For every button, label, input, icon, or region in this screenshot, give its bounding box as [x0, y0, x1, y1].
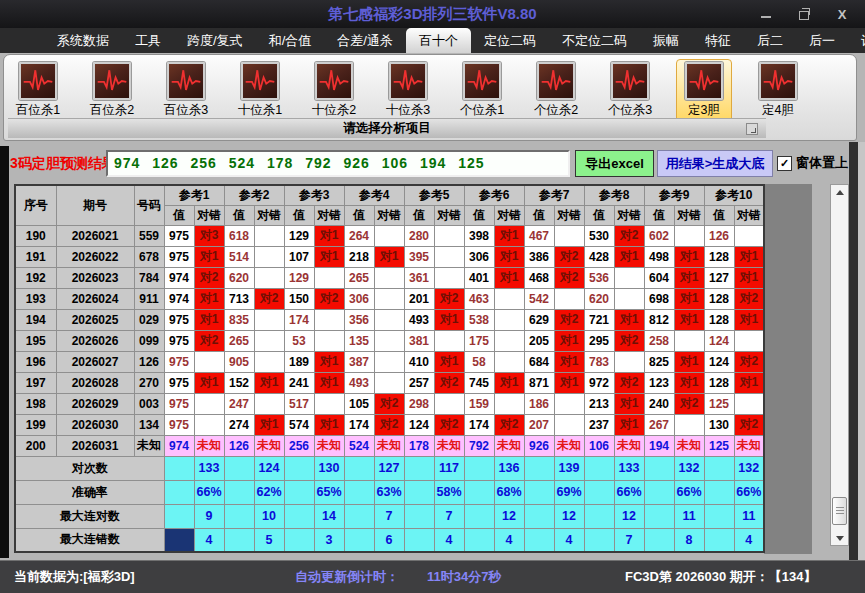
ref-mark-cell[interactable]: 对2: [554, 309, 584, 330]
ref-value-cell[interactable]: 825: [644, 351, 674, 372]
ref-mark-cell[interactable]: 对1: [494, 246, 524, 267]
summary-blank-cell[interactable]: [644, 504, 674, 528]
ref-value-cell[interactable]: 975: [164, 330, 194, 351]
menu-item[interactable]: 定位二码: [471, 28, 549, 53]
number-cell[interactable]: 未知: [134, 435, 164, 456]
period-cell[interactable]: 2026030: [56, 414, 134, 435]
ref-value-cell[interactable]: 125: [704, 435, 734, 456]
summary-blank-cell[interactable]: [164, 504, 194, 528]
menu-item[interactable]: 系统数据: [44, 28, 122, 53]
ref-value-cell[interactable]: 123: [644, 372, 674, 393]
number-cell[interactable]: 003: [134, 393, 164, 414]
ref-value-cell[interactable]: 974: [164, 267, 194, 288]
summary-value-cell[interactable]: 130: [314, 456, 344, 480]
ref-value-cell[interactable]: 713: [224, 288, 254, 309]
ref-mark-cell[interactable]: 未知: [674, 435, 704, 456]
ref-value-cell[interactable]: 356: [344, 309, 374, 330]
summary-value-cell[interactable]: 133: [194, 456, 224, 480]
ref-value-cell[interactable]: 975: [164, 393, 194, 414]
ref-mark-cell[interactable]: 对1: [314, 351, 344, 372]
menu-item[interactable]: 后一: [796, 28, 848, 53]
ref-mark-cell[interactable]: [614, 351, 644, 372]
ref-mark-cell[interactable]: 对1: [674, 372, 704, 393]
summary-value-cell[interactable]: 62%: [254, 480, 284, 504]
summary-value-cell[interactable]: 12: [554, 504, 584, 528]
ref-mark-cell[interactable]: [254, 351, 284, 372]
ref-mark-cell[interactable]: [374, 351, 404, 372]
scroll-thumb[interactable]: [832, 497, 847, 525]
ref-value-cell[interactable]: 106: [584, 435, 614, 456]
ref-value-cell[interactable]: 159: [464, 393, 494, 414]
summary-blank-cell[interactable]: [404, 528, 434, 552]
ref-value-cell[interactable]: 975: [164, 414, 194, 435]
summary-blank-cell[interactable]: [344, 528, 374, 552]
ref-mark-cell[interactable]: 对1: [734, 372, 764, 393]
summary-value-cell[interactable]: 65%: [314, 480, 344, 504]
ref-value-cell[interactable]: 127: [704, 267, 734, 288]
summary-value-cell[interactable]: 7: [374, 504, 404, 528]
seq-cell[interactable]: 190: [15, 225, 56, 246]
ref-mark-cell[interactable]: [674, 414, 704, 435]
ref-value-cell[interactable]: 129: [284, 267, 314, 288]
ref-value-cell[interactable]: 135: [344, 330, 374, 351]
ref-mark-cell[interactable]: [374, 267, 404, 288]
ref-value-cell[interactable]: 574: [284, 414, 314, 435]
ref-mark-cell[interactable]: [254, 309, 284, 330]
ref-mark-cell[interactable]: 对1: [614, 414, 644, 435]
ref-mark-cell[interactable]: 对1: [314, 414, 344, 435]
ref-value-cell[interactable]: 125: [704, 393, 734, 414]
ref-mark-cell[interactable]: [374, 225, 404, 246]
menu-item[interactable]: 工具: [122, 28, 174, 53]
close-button[interactable]: X: [823, 0, 861, 28]
ref-mark-cell[interactable]: 对2: [314, 288, 344, 309]
ref-value-cell[interactable]: 265: [224, 330, 254, 351]
ref-mark-cell[interactable]: 未知: [434, 435, 464, 456]
summary-blank-cell[interactable]: [404, 480, 434, 504]
ref-mark-cell[interactable]: [314, 393, 344, 414]
summary-blank-cell[interactable]: [284, 480, 314, 504]
period-cell[interactable]: 2026024: [56, 288, 134, 309]
ref-value-cell[interactable]: 175: [464, 330, 494, 351]
summary-blank-cell[interactable]: [704, 504, 734, 528]
ref-mark-cell[interactable]: [434, 225, 464, 246]
ref-value-cell[interactable]: 129: [284, 225, 314, 246]
menu-item[interactable]: 百十个: [406, 28, 471, 53]
ref-value-cell[interactable]: 530: [584, 225, 614, 246]
ref-mark-cell[interactable]: 对1: [194, 372, 224, 393]
ref-mark-cell[interactable]: 对1: [674, 309, 704, 330]
summary-value-cell[interactable]: 58%: [434, 480, 464, 504]
period-cell[interactable]: 2026031: [56, 435, 134, 456]
summary-value-cell[interactable]: 11: [674, 504, 704, 528]
summary-value-cell[interactable]: 68%: [494, 480, 524, 504]
minimize-button[interactable]: [747, 0, 785, 28]
ref-value-cell[interactable]: 812: [644, 309, 674, 330]
ref-mark-cell[interactable]: [374, 372, 404, 393]
ref-mark-cell[interactable]: 对1: [554, 330, 584, 351]
summary-value-cell[interactable]: 3: [314, 528, 344, 552]
summary-blank-cell[interactable]: [524, 528, 554, 552]
selected-cell[interactable]: [164, 528, 194, 552]
seq-cell[interactable]: 192: [15, 267, 56, 288]
ref-value-cell[interactable]: 524: [344, 435, 374, 456]
summary-blank-cell[interactable]: [284, 456, 314, 480]
ref-mark-cell[interactable]: 对1: [734, 267, 764, 288]
ref-mark-cell[interactable]: 对2: [254, 288, 284, 309]
generate-bottom-button[interactable]: 用结果>生成大底: [657, 150, 773, 177]
ref-value-cell[interactable]: 194: [644, 435, 674, 456]
ref-value-cell[interactable]: 128: [704, 372, 734, 393]
ref-mark-cell[interactable]: 对2: [614, 330, 644, 351]
ref-mark-cell[interactable]: [494, 309, 524, 330]
ref-value-cell[interactable]: 53: [284, 330, 314, 351]
ref-value-cell[interactable]: 128: [704, 309, 734, 330]
summary-blank-cell[interactable]: [344, 456, 374, 480]
ref-value-cell[interactable]: 126: [704, 225, 734, 246]
summary-value-cell[interactable]: 136: [494, 456, 524, 480]
ref-mark-cell[interactable]: [254, 225, 284, 246]
ref-mark-cell[interactable]: 对2: [734, 351, 764, 372]
ref-mark-cell[interactable]: 对1: [614, 246, 644, 267]
ref-value-cell[interactable]: 361: [404, 267, 434, 288]
ref-mark-cell[interactable]: 对2: [434, 288, 464, 309]
ref-mark-cell[interactable]: 对1: [494, 225, 524, 246]
ref-mark-cell[interactable]: 对2: [554, 267, 584, 288]
seq-cell[interactable]: 198: [15, 393, 56, 414]
